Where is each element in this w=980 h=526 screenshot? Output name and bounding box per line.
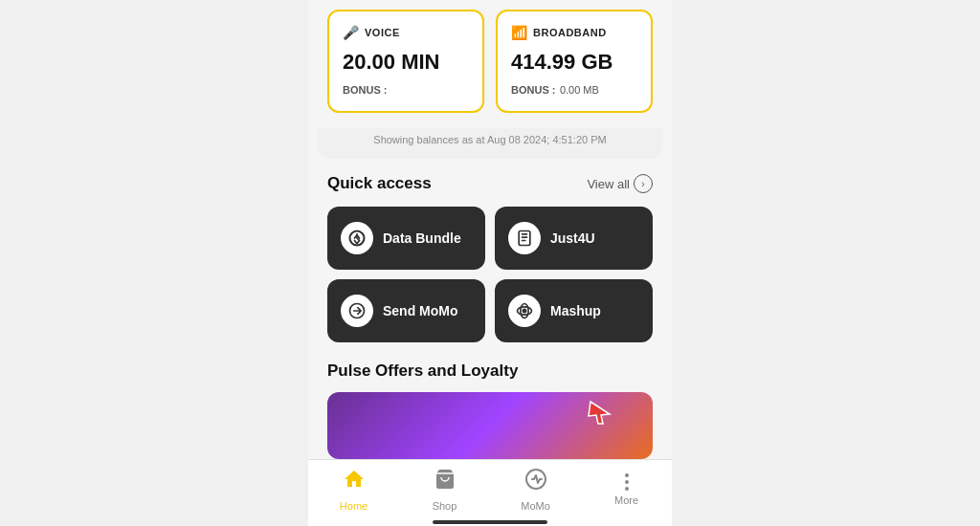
nav-more[interactable]: More: [581, 473, 672, 506]
pulse-offers-title: Pulse Offers and Loyalty: [327, 362, 653, 381]
voice-balance-card: 🎤 VOICE 20.00 MIN BONUS :: [327, 10, 484, 113]
quick-access-title: Quick access: [327, 174, 432, 193]
broadband-amount: 414.99 GB: [511, 50, 637, 75]
svg-point-5: [523, 309, 525, 312]
voice-amount: 20.00 MIN: [343, 50, 469, 75]
nav-more-label: More: [614, 494, 638, 506]
nav-home-label: Home: [340, 500, 368, 512]
data-bundle-button[interactable]: Data Bundle: [327, 207, 485, 270]
send-momo-button[interactable]: Send MoMo: [327, 279, 485, 342]
nav-momo[interactable]: MoMo: [490, 468, 581, 512]
cursor-arrow-indicator: [586, 397, 614, 426]
broadband-icon: 📶: [511, 25, 527, 40]
nav-momo-label: MoMo: [521, 500, 550, 512]
voice-icon: 🎤: [343, 25, 359, 40]
send-momo-icon: [341, 295, 373, 327]
just4u-button[interactable]: Just4U: [495, 207, 653, 270]
momo-icon: [524, 468, 547, 496]
balance-cards-section: 🎤 VOICE 20.00 MIN BONUS : 📶 BROADBAND 41…: [308, 0, 672, 128]
nav-home[interactable]: Home: [308, 468, 399, 512]
nav-shop-label: Shop: [433, 500, 457, 512]
just4u-label: Just4U: [550, 230, 595, 246]
data-bundle-label: Data Bundle: [383, 230, 461, 246]
quick-access-section: Quick access View all ›: [308, 174, 672, 342]
broadband-bonus-label: BONUS :: [511, 84, 555, 96]
data-bundle-icon: [341, 222, 373, 254]
shop-icon: [434, 468, 457, 496]
send-momo-label: Send MoMo: [383, 303, 458, 318]
view-all-button[interactable]: View all ›: [587, 174, 653, 193]
broadband-title: BROADBAND: [533, 27, 607, 38]
pulse-offers-banner[interactable]: [327, 392, 653, 459]
view-all-label: View all: [587, 177, 630, 191]
quick-access-header: Quick access View all ›: [327, 174, 653, 193]
broadband-bonus-value: 0.00 MB: [560, 84, 599, 96]
voice-bonus-label: BONUS :: [343, 84, 387, 96]
nav-shop[interactable]: Shop: [399, 468, 490, 512]
broadband-balance-card: 📶 BROADBAND 414.99 GB BONUS : 0.00 MB: [496, 10, 653, 113]
mashup-icon: [508, 295, 541, 327]
balance-timestamp: Showing balances as at Aug 08 2024; 4:51…: [318, 128, 662, 159]
pulse-offers-section: Pulse Offers and Loyalty: [308, 362, 672, 459]
mashup-button[interactable]: Mashup: [495, 279, 653, 342]
home-icon: [343, 468, 366, 496]
mashup-label: Mashup: [550, 303, 601, 318]
home-indicator: [433, 520, 547, 524]
voice-title: VOICE: [365, 27, 400, 38]
more-dots-icon: [625, 473, 629, 491]
view-all-arrow-icon: ›: [634, 174, 653, 193]
quick-access-grid: Data Bundle Just4U: [327, 207, 653, 342]
bottom-navigation: Home Shop MoMo: [308, 459, 672, 526]
just4u-icon: [508, 222, 541, 254]
